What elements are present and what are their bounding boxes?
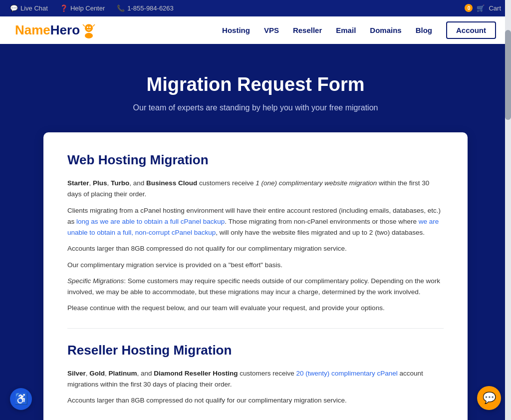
- nav-link-hosting[interactable]: Hosting: [222, 26, 250, 34]
- content-wrapper: Web Hosting Migration Starter, Plus, Tur…: [0, 132, 511, 420]
- web-hosting-section: Web Hosting Migration Starter, Plus, Tur…: [67, 152, 444, 314]
- account-button[interactable]: Account: [446, 21, 496, 39]
- nav-link-email[interactable]: Email: [336, 26, 356, 34]
- plus-label: Plus: [93, 179, 107, 187]
- nav-item-account[interactable]: Account: [446, 21, 496, 39]
- cart-area[interactable]: 0 🛒 Cart: [465, 4, 501, 12]
- web-hosting-para-1: Starter, Plus, Turbo, and Business Cloud…: [67, 178, 444, 200]
- chat-button[interactable]: 💬: [477, 386, 501, 410]
- link-text-1: long as we are able to obtain a full cPa…: [76, 218, 225, 225]
- web-hosting-para-5: Specific Migrations: Some customers may …: [67, 276, 444, 298]
- turbo-label: Turbo: [111, 179, 129, 187]
- hero-subtitle: Our team of experts are standing by help…: [10, 103, 501, 112]
- help-icon: ❓: [60, 4, 68, 12]
- accessibility-icon: ♿: [14, 393, 28, 406]
- reseller-hosting-section: Reseller Hosting Migration Silver, Gold,…: [67, 343, 444, 407]
- help-center-link[interactable]: ❓ Help Center: [60, 4, 105, 12]
- svg-point-2: [87, 26, 88, 28]
- main-nav: NameHero Hosting VPS Reseller Email Doma…: [0, 16, 511, 44]
- reseller-hosting-para-1: Silver, Gold, Platinum, and Diamond Rese…: [67, 368, 444, 391]
- help-center-label: Help Center: [70, 4, 105, 12]
- web-hosting-para-3: Accounts larger than 8GB compressed do n…: [67, 243, 444, 254]
- logo-name-part2: Hero: [50, 22, 80, 37]
- nav-link-domains[interactable]: Domains: [370, 26, 401, 34]
- reseller-hosting-para-2: Accounts larger than 8GB compressed do n…: [67, 395, 444, 406]
- hero-section: Migration Request Form Our team of exper…: [0, 44, 511, 132]
- silver-label: Silver: [67, 370, 86, 377]
- web-hosting-para-4: Our complimentary migration service is p…: [67, 260, 444, 271]
- nav-item-domains[interactable]: Domains: [370, 26, 401, 35]
- cart-icon: 🛒: [477, 4, 485, 12]
- starter-label: Starter: [67, 179, 89, 187]
- scrollbar[interactable]: [505, 0, 511, 420]
- gold-label: Gold: [89, 370, 105, 377]
- diamond-label: Diamond Reseller Hosting: [154, 370, 238, 377]
- nav-item-hosting[interactable]: Hosting: [222, 26, 250, 35]
- chat-icon: 💬: [483, 392, 496, 405]
- nav-item-vps[interactable]: VPS: [264, 26, 279, 35]
- content-card: Web Hosting Migration Starter, Plus, Tur…: [43, 132, 468, 420]
- svg-point-0: [85, 24, 93, 32]
- nav-link-vps[interactable]: VPS: [264, 26, 279, 34]
- live-chat-label: Live Chat: [20, 4, 48, 12]
- svg-line-5: [93, 24, 95, 26]
- nav-link-reseller[interactable]: Reseller: [293, 26, 322, 34]
- cart-badge: 0: [465, 4, 473, 12]
- nav-item-reseller[interactable]: Reseller: [293, 26, 322, 35]
- accessibility-button[interactable]: ♿: [10, 388, 32, 410]
- business-cloud-label: Business Cloud: [146, 179, 197, 187]
- nav-item-blog[interactable]: Blog: [416, 26, 432, 35]
- web-hosting-title: Web Hosting Migration: [67, 152, 444, 168]
- cart-label: Cart: [489, 4, 501, 12]
- svg-line-4: [83, 24, 85, 26]
- phone-icon: 📞: [117, 4, 125, 12]
- logo-name-part1: Name: [15, 22, 50, 37]
- hero-title: Migration Request Form: [10, 74, 501, 95]
- section-divider: [67, 328, 444, 329]
- logo-text: NameHero: [15, 22, 80, 38]
- chat-bubble-icon: 💬: [10, 4, 18, 12]
- phone-number: 1-855-984-6263: [127, 4, 174, 12]
- reseller-count-text: 20 (twenty) complimentary cPanel: [296, 370, 397, 377]
- scrollbar-thumb[interactable]: [505, 30, 511, 120]
- migration-count-text: 1 (one) complimentary website migration: [256, 179, 377, 187]
- phone-link[interactable]: 📞 1-855-984-6263: [117, 4, 174, 12]
- nav-link-blog[interactable]: Blog: [416, 26, 432, 34]
- logo-link[interactable]: NameHero: [15, 22, 97, 38]
- svg-point-1: [85, 32, 93, 38]
- top-bar: 💬 Live Chat ❓ Help Center 📞 1-855-984-62…: [0, 0, 511, 16]
- web-hosting-para-6: Please continue with the request below, …: [67, 303, 444, 314]
- platinum-label: Platinum: [109, 370, 137, 377]
- svg-point-3: [89, 26, 91, 28]
- nav-item-email[interactable]: Email: [336, 26, 356, 35]
- nav-links: Hosting VPS Reseller Email Domains Blog …: [222, 21, 496, 39]
- specific-migrations-label: Specific Migrations: [67, 277, 124, 285]
- reseller-hosting-title: Reseller Hosting Migration: [67, 343, 444, 358]
- web-hosting-para-2: Clients migrating from a cPanel hosting …: [67, 205, 444, 239]
- logo-mascot-icon: [81, 22, 97, 38]
- live-chat-link[interactable]: 💬 Live Chat: [10, 4, 48, 12]
